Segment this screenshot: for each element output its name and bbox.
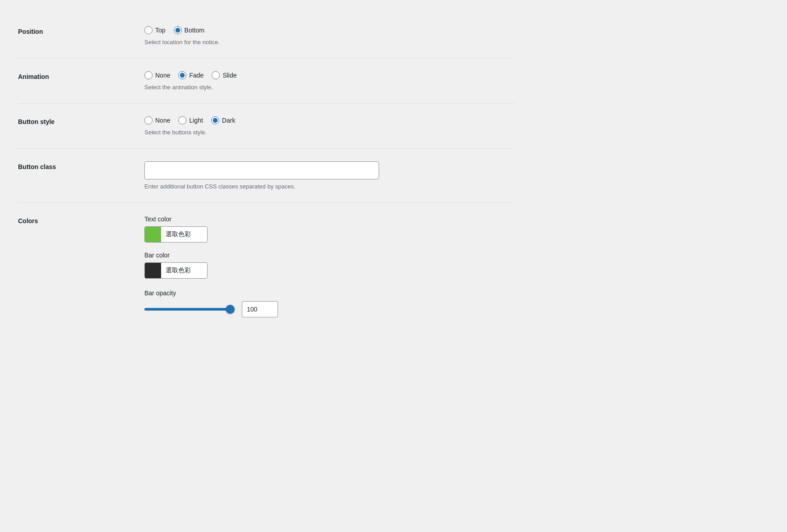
bar-opacity-slider[interactable] <box>144 308 235 311</box>
animation-label: Animation <box>18 71 135 80</box>
animation-radio-group: None Fade Slide <box>144 71 514 79</box>
position-option-bottom[interactable]: Bottom <box>174 26 204 34</box>
animation-label-none[interactable]: None <box>155 72 170 79</box>
button-class-description: Enter additional button CSS classes sepa… <box>144 183 514 190</box>
bar-opacity-label: Bar opacity <box>144 289 514 297</box>
position-label: Position <box>18 26 135 35</box>
button-style-radio-light[interactable] <box>178 116 186 124</box>
button-style-radio-group: None Light Dark <box>144 116 514 124</box>
bar-color-button-text: 選取色彩 <box>161 266 195 275</box>
button-style-label-dark[interactable]: Dark <box>222 117 236 124</box>
button-style-label-none[interactable]: None <box>155 117 170 124</box>
position-label-bottom[interactable]: Bottom <box>185 27 204 34</box>
position-radio-bottom[interactable] <box>174 26 182 34</box>
text-color-button-text: 選取色彩 <box>161 230 195 238</box>
position-row: Position Top Bottom Select location for … <box>18 14 514 59</box>
animation-option-fade[interactable]: Fade <box>178 71 204 79</box>
text-color-field: Text color 選取色彩 <box>144 216 514 243</box>
button-class-label: Button class <box>18 161 135 170</box>
bar-color-picker-button[interactable]: 選取色彩 <box>144 262 208 279</box>
button-style-option-dark[interactable]: Dark <box>211 116 236 124</box>
animation-option-none[interactable]: None <box>144 71 170 79</box>
animation-row: Animation None Fade Slide Select the ani… <box>18 59 514 104</box>
button-class-content: Enter additional button CSS classes sepa… <box>135 161 514 190</box>
button-class-row: Button class Enter additional button CSS… <box>18 149 514 203</box>
animation-label-fade[interactable]: Fade <box>189 72 204 79</box>
colors-section: Text color 選取色彩 Bar color 選取色彩 <box>144 216 514 317</box>
position-label-top[interactable]: Top <box>155 27 166 34</box>
colors-label: Colors <box>18 216 135 225</box>
text-color-picker-button[interactable]: 選取色彩 <box>144 226 208 243</box>
position-radio-top[interactable] <box>144 26 153 34</box>
text-color-swatch <box>145 227 161 242</box>
button-style-radio-dark[interactable] <box>211 116 219 124</box>
animation-radio-slide[interactable] <box>212 71 220 79</box>
animation-description: Select the animation style. <box>144 84 514 91</box>
button-class-input[interactable] <box>144 161 379 179</box>
button-style-radio-none[interactable] <box>144 116 153 124</box>
bar-opacity-field: Bar opacity <box>144 289 514 317</box>
opacity-row <box>144 301 514 317</box>
bar-color-label: Bar color <box>144 252 514 259</box>
button-style-option-none[interactable]: None <box>144 116 170 124</box>
button-style-option-light[interactable]: Light <box>178 116 203 124</box>
button-style-description: Select the buttons style. <box>144 129 514 136</box>
button-style-label: Button style <box>18 116 135 125</box>
button-style-label-light[interactable]: Light <box>189 117 203 124</box>
animation-radio-fade[interactable] <box>178 71 186 79</box>
settings-form: Position Top Bottom Select location for … <box>18 14 514 330</box>
button-style-content: None Light Dark Select the buttons style… <box>135 116 514 136</box>
position-description: Select location for the notice. <box>144 39 514 46</box>
text-color-label: Text color <box>144 216 514 223</box>
animation-radio-none[interactable] <box>144 71 153 79</box>
animation-label-slide[interactable]: Slide <box>222 72 236 79</box>
colors-content: Text color 選取色彩 Bar color 選取色彩 <box>135 216 514 317</box>
position-content: Top Bottom Select location for the notic… <box>135 26 514 46</box>
bar-color-swatch <box>145 263 161 278</box>
button-style-row: Button style None Light Dark Select the … <box>18 104 514 149</box>
position-radio-group: Top Bottom <box>144 26 514 34</box>
bar-opacity-number[interactable] <box>242 301 278 317</box>
position-option-top[interactable]: Top <box>144 26 166 34</box>
animation-option-slide[interactable]: Slide <box>212 71 236 79</box>
colors-row: Colors Text color 選取色彩 Bar color 選取色彩 <box>18 203 514 330</box>
animation-content: None Fade Slide Select the animation sty… <box>135 71 514 91</box>
bar-color-field: Bar color 選取色彩 <box>144 252 514 279</box>
